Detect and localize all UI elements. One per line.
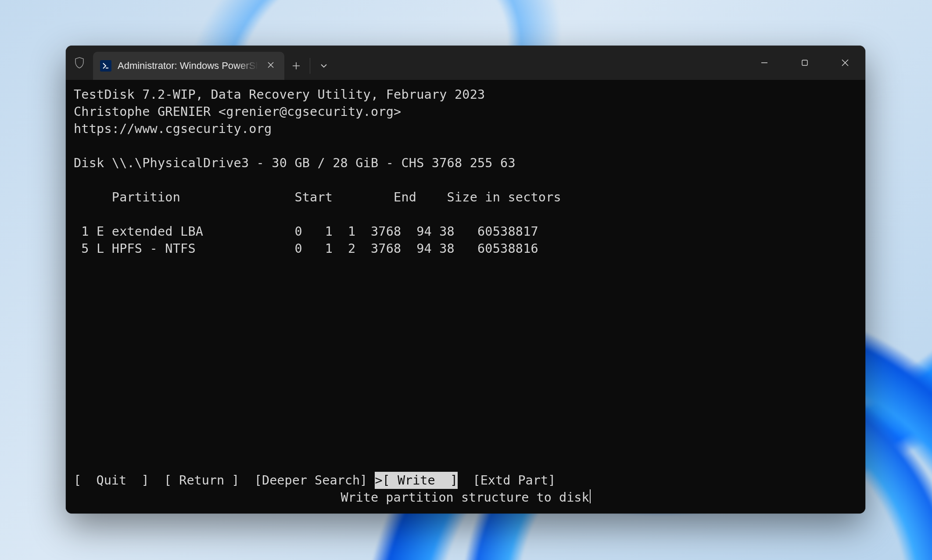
partition-row: 5 L HPFS - NTFS 0 1 2 3768 94 38 6053881…: [74, 241, 538, 256]
svg-rect-6: [802, 60, 807, 65]
menu-quit[interactable]: [ Quit ]: [74, 472, 149, 489]
text-cursor: [590, 489, 591, 503]
menu-write[interactable]: [ Write ]: [383, 472, 458, 489]
minimize-button[interactable]: [744, 46, 785, 80]
tab-close-button[interactable]: [264, 58, 277, 74]
powershell-icon: [100, 60, 111, 72]
menu-return[interactable]: [ Return ]: [164, 472, 240, 489]
hint-text: Write partition structure to disk: [341, 490, 589, 505]
tab-dropdown-button[interactable]: [312, 52, 336, 80]
tab-title: Administrator: Windows PowerShell: [118, 60, 258, 72]
disk-line: Disk \\.\PhysicalDrive3 - 30 GB / 28 GiB…: [74, 156, 516, 170]
titlebar[interactable]: Administrator: Windows PowerShell: [66, 46, 865, 80]
menu-deeper-search[interactable]: [Deeper Search]: [255, 472, 367, 489]
header-line-2: Christophe GRENIER <grenier@cgsecurity.o…: [74, 104, 401, 119]
terminal-body[interactable]: TestDisk 7.2-WIP, Data Recovery Utility,…: [66, 80, 865, 513]
close-window-button[interactable]: [825, 46, 865, 80]
header-line-1: TestDisk 7.2-WIP, Data Recovery Utility,…: [74, 87, 485, 102]
window-controls: [744, 46, 865, 80]
menu-row: [ Quit ] [ Return ] [Deeper Search] >[ W…: [74, 472, 556, 489]
columns-header: Partition Start End Size in sectors: [74, 190, 561, 205]
menu-hint: Write partition structure to disk: [74, 489, 857, 506]
terminal-window: Administrator: Windows PowerShell TestDi…: [66, 46, 865, 513]
partition-row: 1 E extended LBA 0 1 1 3768 94 38 605388…: [74, 224, 538, 239]
new-tab-button[interactable]: [284, 52, 308, 80]
shield-icon: [66, 46, 93, 80]
header-line-3: https://www.cgsecurity.org: [74, 122, 272, 136]
titlebar-divider: [310, 58, 310, 74]
maximize-button[interactable]: [785, 46, 825, 80]
terminal-output: TestDisk 7.2-WIP, Data Recovery Utility,…: [74, 86, 857, 257]
menu-write-prefix: >: [375, 472, 382, 489]
tab-powershell[interactable]: Administrator: Windows PowerShell: [93, 52, 284, 80]
menu-extd-part[interactable]: [Extd Part]: [473, 472, 556, 489]
